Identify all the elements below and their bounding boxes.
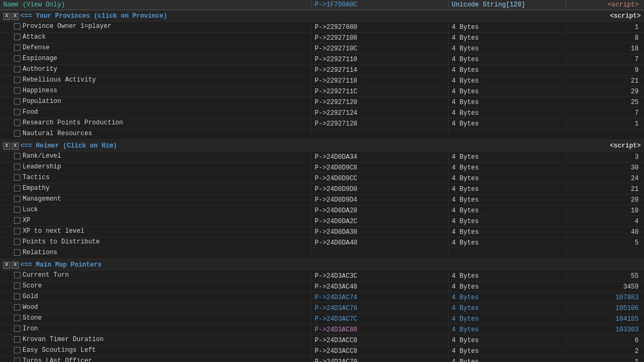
row-checkbox[interactable]: [14, 206, 20, 213]
row-checkbox[interactable]: [14, 174, 20, 181]
row-checkbox[interactable]: [14, 55, 20, 62]
row-value[interactable]: 29: [566, 86, 644, 97]
table-row[interactable]: LeadershipP->24D0D9C84 Bytes30: [0, 162, 644, 173]
table-row[interactable]: TacticsP->24D0D9CC4 Bytes24: [0, 173, 644, 184]
row-value[interactable]: 40: [566, 227, 644, 238]
row-checkbox[interactable]: [14, 66, 20, 72]
table-row[interactable]: Nautural Resources: [0, 129, 644, 140]
row-checkbox[interactable]: [14, 217, 20, 224]
row-checkbox[interactable]: [14, 272, 20, 278]
row-value[interactable]: 55: [566, 271, 644, 282]
row-value[interactable]: 25: [566, 97, 644, 108]
table-row[interactable]: Easy Scoutings LeftP->24D3ACC84 Bytes2: [0, 346, 644, 357]
row-value[interactable]: 18: [566, 43, 644, 54]
row-checkbox[interactable]: [14, 228, 20, 234]
row-value[interactable]: 1: [566, 119, 644, 129]
row-value[interactable]: 6: [566, 335, 644, 346]
table-row[interactable]: Research Points ProductionP->229271284 B…: [0, 119, 644, 129]
row-checkbox[interactable]: [14, 130, 20, 137]
row-value[interactable]: 1: [566, 357, 644, 363]
row-value[interactable]: 8: [566, 33, 644, 43]
row-checkbox[interactable]: [14, 315, 20, 321]
row-value[interactable]: 1: [566, 22, 644, 33]
row-value[interactable]: 105106: [566, 303, 644, 314]
table-row[interactable]: Relations: [0, 248, 644, 259]
section-label-provinces[interactable]: XX<== Your Provinces (click on Province): [0, 10, 311, 22]
row-checkbox[interactable]: [14, 77, 20, 83]
section-collapse-btn-provinces[interactable]: X: [12, 13, 19, 20]
row-value[interactable]: 104185: [566, 314, 644, 324]
row-value[interactable]: 9: [566, 65, 644, 76]
row-checkbox[interactable]: [14, 98, 20, 105]
table-row[interactable]: Rank/LevelP->24D0DA344 Bytes3: [0, 152, 644, 162]
table-row[interactable]: LuckP->24D0DA284 Bytes10: [0, 205, 644, 216]
row-checkbox[interactable]: [14, 293, 20, 300]
row-checkbox[interactable]: [14, 347, 20, 353]
section-x-btn-heimer[interactable]: X: [3, 143, 10, 150]
row-checkbox[interactable]: [14, 196, 20, 202]
table-row[interactable]: Krovan Timer DurationP->24D3ACC04 Bytes6: [0, 335, 644, 346]
row-checkbox[interactable]: [14, 239, 20, 245]
section-label-heimer[interactable]: XX<== Heimer (Click on Him): [0, 140, 311, 152]
table-row[interactable]: XPP->24D0DA2C4 Bytes4: [0, 216, 644, 227]
row-value[interactable]: 21: [566, 184, 644, 195]
table-row[interactable]: Rebellious ActivityP->229271184 Bytes21: [0, 76, 644, 86]
table-row[interactable]: ScoreP->24D3AC484 Bytes3459: [0, 282, 644, 292]
row-checkbox[interactable]: [14, 358, 20, 362]
row-value[interactable]: [566, 248, 644, 259]
row-value[interactable]: 7: [566, 54, 644, 65]
table-row[interactable]: FoodP->229271244 Bytes7: [0, 108, 644, 119]
row-checkbox[interactable]: [14, 304, 20, 311]
table-row[interactable]: HappinessP->2292711C4 Bytes29: [0, 86, 644, 97]
row-checkbox[interactable]: [14, 185, 20, 191]
table-row[interactable]: IronP->24D3AC804 Bytes103303: [0, 324, 644, 335]
section-x-btn-provinces[interactable]: X: [3, 13, 10, 20]
row-value[interactable]: 4: [566, 216, 644, 227]
table-row[interactable]: DefenseP->2292710C4 Bytes18: [0, 43, 644, 54]
row-value[interactable]: [566, 129, 644, 140]
row-checkbox[interactable]: [14, 23, 20, 29]
row-value[interactable]: 107883: [566, 292, 644, 303]
row-value[interactable]: 3: [566, 152, 644, 162]
row-value[interactable]: 7: [566, 108, 644, 119]
table-row[interactable]: Turns LAst OfficerP->24D3AC704 Bytes1: [0, 357, 644, 363]
row-value[interactable]: 30: [566, 162, 644, 173]
table-row[interactable]: Province Owner 1=playerP->229270804 Byte…: [0, 22, 644, 33]
table-row[interactable]: StoneP->24D3AC7C4 Bytes104185: [0, 314, 644, 324]
row-checkbox[interactable]: [14, 283, 20, 289]
row-checkbox[interactable]: [14, 249, 20, 256]
row-value[interactable]: 21: [566, 76, 644, 86]
row-checkbox[interactable]: [14, 164, 20, 170]
table-row[interactable]: Current TurnP->24D3AC3C4 Bytes55: [0, 271, 644, 282]
row-checkbox[interactable]: [14, 326, 20, 332]
row-value[interactable]: 24: [566, 173, 644, 184]
row-value[interactable]: 5: [566, 238, 644, 248]
table-row[interactable]: AuthorityP->229271144 Bytes9: [0, 65, 644, 76]
table-row[interactable]: EspionageP->229271104 Bytes7: [0, 54, 644, 65]
row-value[interactable]: 103303: [566, 324, 644, 335]
row-value[interactable]: 10: [566, 205, 644, 216]
main-container[interactable]: Name (View Only) P->1F7D0A0C Unicode Str…: [0, 0, 644, 362]
row-value[interactable]: 2: [566, 346, 644, 357]
table-row[interactable]: WoodP->24D3AC784 Bytes105106: [0, 303, 644, 314]
table-row[interactable]: Points to DistributeP->24D0DA404 Bytes5: [0, 238, 644, 248]
row-checkbox[interactable]: [14, 336, 20, 343]
row-checkbox[interactable]: [14, 120, 20, 126]
table-row[interactable]: ManagementP->24D0D9D44 Bytes20: [0, 195, 644, 205]
row-checkbox[interactable]: [14, 34, 20, 40]
section-label-mainmap[interactable]: XX<== Main Map Pointers: [0, 259, 311, 271]
section-collapse-btn-heimer[interactable]: X: [12, 143, 19, 150]
table-row[interactable]: XP to next levelP->24D0DA304 Bytes40: [0, 227, 644, 238]
table-row[interactable]: GoldP->24D3AC744 Bytes107883: [0, 292, 644, 303]
row-value[interactable]: 3459: [566, 282, 644, 292]
section-x-btn-mainmap[interactable]: X: [3, 262, 10, 269]
row-checkbox[interactable]: [14, 153, 20, 159]
row-checkbox[interactable]: [14, 109, 20, 115]
row-checkbox[interactable]: [14, 45, 20, 51]
table-row[interactable]: PopulationP->229271204 Bytes25: [0, 97, 644, 108]
table-row[interactable]: EmpathyP->24D0D9D04 Bytes21: [0, 184, 644, 195]
section-collapse-btn-mainmap[interactable]: X: [12, 262, 19, 269]
row-value[interactable]: 20: [566, 195, 644, 205]
row-checkbox[interactable]: [14, 87, 20, 94]
table-row[interactable]: AttackP->229271084 Bytes8: [0, 33, 644, 43]
